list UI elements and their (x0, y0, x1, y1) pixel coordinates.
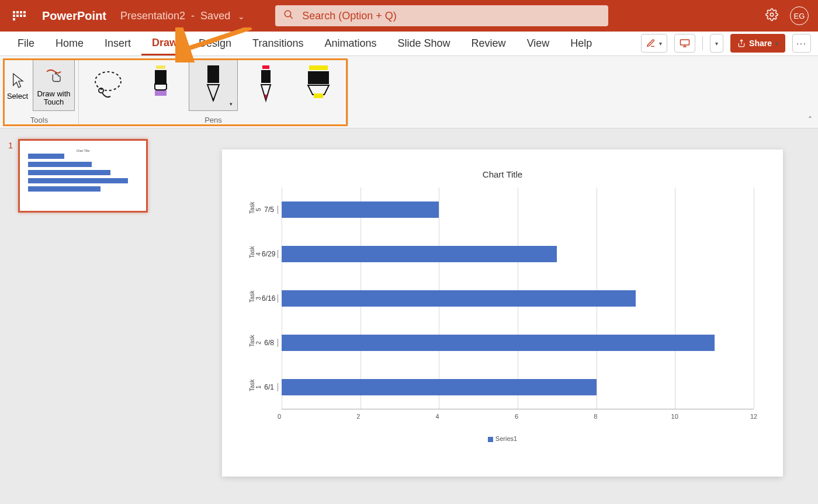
svg-point-7 (95, 72, 121, 91)
tab-file[interactable]: File (7, 32, 45, 55)
legend-swatch (488, 437, 493, 442)
chevron-down-icon: ▾ (775, 40, 778, 47)
select-tool[interactable]: Select (4, 58, 32, 111)
svg-rect-12 (207, 65, 219, 83)
tab-home[interactable]: Home (45, 32, 94, 55)
category-task-label: Task 4 (249, 250, 262, 258)
bar (282, 335, 715, 351)
app-name: PowerPoint (42, 9, 106, 23)
bar (282, 246, 557, 262)
purple-highlighter[interactable] (136, 58, 185, 111)
collapse-ribbon-button[interactable]: ˄ (808, 115, 812, 124)
svg-rect-17 (308, 71, 329, 84)
category-date-label: 6/8 (262, 339, 278, 347)
tab-animations[interactable]: Animations (314, 32, 387, 55)
chevron-down-icon[interactable]: ▾ (230, 101, 233, 107)
thumbnail-chart: Chart Title (28, 149, 138, 203)
app-launcher-icon[interactable] (9, 8, 30, 24)
document-name[interactable]: Presentation2 - Saved ⌄ (120, 10, 245, 22)
tab-view[interactable]: View (517, 32, 560, 55)
yellow-highlighter[interactable] (294, 58, 343, 111)
category-date-label: 6/1 (262, 383, 278, 391)
select-label: Select (7, 92, 28, 100)
bar (282, 379, 597, 395)
user-avatar[interactable]: EG (790, 6, 809, 25)
ribbon-tabs: File Home Insert Draw Design Transitions… (0, 32, 818, 56)
x-tick: 8 (594, 413, 597, 420)
svg-point-2 (770, 13, 774, 16)
category-date-label: 7/5 (262, 206, 278, 214)
tools-group: Select Draw with Touch Tools (0, 56, 78, 128)
pen-icon (199, 64, 227, 105)
category-date-label: 6/16 (262, 294, 278, 303)
chart-body: Task 57/5Task 46/29Task 36/16Task 26/8Ta… (251, 187, 754, 409)
svg-rect-14 (262, 65, 269, 69)
chart-legend: Series1 (251, 435, 754, 442)
search-icon (283, 9, 294, 22)
category-task-label: Task 5 (249, 206, 262, 214)
present-dropdown[interactable]: ▾ (710, 34, 723, 53)
tab-draw[interactable]: Draw (141, 32, 188, 55)
tab-transitions[interactable]: Transitions (242, 32, 314, 55)
svg-rect-10 (155, 70, 167, 84)
svg-rect-3 (681, 40, 689, 45)
x-tick: 6 (515, 413, 518, 420)
bar (282, 290, 636, 307)
legend-label: Series1 (495, 435, 517, 442)
highlighter-icon (147, 64, 175, 105)
highlighter-icon (304, 64, 332, 105)
x-tick: 4 (436, 413, 439, 420)
lasso-icon (91, 67, 126, 102)
tab-slideshow[interactable]: Slide Show (387, 32, 461, 55)
chevron-down-icon[interactable]: ⌄ (238, 12, 245, 21)
pens-group-label: Pens (204, 116, 222, 124)
doc-status-text: Saved (200, 10, 230, 22)
svg-rect-11 (155, 90, 167, 96)
pen-icon (252, 64, 280, 105)
svg-point-13 (212, 98, 214, 100)
slide-1[interactable]: Chart Title Task 57/5Task 46/29Task 36/1… (222, 150, 783, 477)
workspace: 1 Chart Title Chart Title Task 57/5Task … (0, 128, 818, 504)
editing-mode-button[interactable]: ▾ (641, 34, 667, 53)
tab-design[interactable]: Design (188, 32, 242, 55)
svg-line-1 (290, 16, 293, 19)
slide-canvas-area[interactable]: Chart Title Task 57/5Task 46/29Task 36/1… (175, 128, 818, 504)
lasso-tool[interactable] (84, 58, 133, 111)
draw-touch-label: Draw with Touch (33, 90, 74, 106)
tab-help[interactable]: Help (560, 32, 602, 55)
x-tick: 2 (356, 413, 360, 420)
cursor-icon (11, 72, 24, 89)
thumbnail-index: 1 (8, 140, 13, 150)
more-button[interactable]: ··· (792, 34, 811, 53)
title-bar: PowerPoint Presentation2 - Saved ⌄ Searc… (0, 0, 818, 32)
svg-rect-9 (156, 65, 165, 69)
category-task-label: Task 3 (249, 294, 262, 303)
chart-title: Chart Title (251, 169, 754, 179)
search-placeholder: Search (Option + Q) (302, 10, 397, 22)
tools-group-label: Tools (30, 116, 48, 124)
category-task-label: Task 2 (249, 339, 262, 347)
svg-point-0 (285, 11, 291, 17)
share-button[interactable]: Share ▾ (730, 34, 785, 53)
doc-status-sep: - (188, 10, 200, 22)
thumbnail-panel: 1 Chart Title (0, 128, 175, 504)
x-tick: 10 (671, 413, 678, 420)
chevron-down-icon: ▾ (659, 40, 662, 47)
svg-rect-16 (309, 65, 328, 70)
black-pen[interactable]: ▾ (189, 58, 238, 111)
slide-thumbnail-1[interactable]: Chart Title (18, 139, 148, 213)
draw-with-touch-tool[interactable]: Draw with Touch (33, 58, 75, 111)
search-box[interactable]: Search (Option + Q) (275, 5, 608, 26)
category-date-label: 6/29 (262, 250, 278, 258)
svg-rect-15 (261, 70, 271, 83)
settings-icon[interactable] (765, 8, 778, 23)
x-tick: 12 (750, 413, 757, 420)
tab-insert[interactable]: Insert (94, 32, 141, 55)
share-label: Share (749, 39, 772, 48)
pens-group: ▾ Pens (79, 56, 348, 128)
tab-review[interactable]: Review (461, 32, 517, 55)
doc-name-text: Presentation2 (120, 10, 185, 22)
present-button[interactable] (674, 34, 695, 53)
red-pen[interactable] (241, 58, 290, 111)
x-tick: 0 (278, 413, 281, 420)
